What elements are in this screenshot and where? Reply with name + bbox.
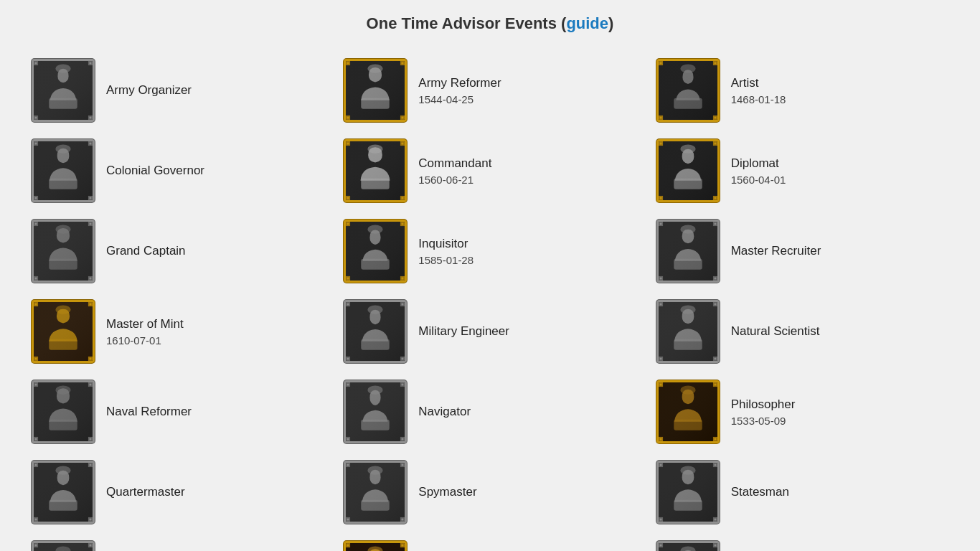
svg-rect-147 — [34, 382, 93, 441]
svg-point-200 — [347, 464, 349, 466]
list-item: Artist 1468-01-18 — [654, 55, 951, 126]
svg-point-94 — [347, 277, 349, 279]
advisor-info: Military Engineer — [418, 324, 636, 339]
svg-point-203 — [402, 518, 404, 520]
svg-rect-63 — [659, 141, 717, 200]
portrait-svg — [659, 541, 717, 551]
svg-point-10 — [35, 116, 37, 118]
advisor-name: Inquisitor — [418, 236, 636, 252]
advisor-portrait — [656, 380, 720, 443]
svg-point-177 — [714, 384, 716, 386]
advisor-info: Army Organizer — [106, 83, 324, 98]
svg-point-32 — [659, 62, 661, 65]
svg-rect-159 — [346, 382, 405, 441]
guide-link[interactable]: guide — [566, 14, 608, 32]
advisor-portrait — [656, 461, 720, 524]
svg-point-141 — [714, 303, 716, 306]
svg-point-248 — [659, 545, 661, 547]
svg-rect-15 — [346, 61, 405, 120]
advisor-info: Commandant 1560-06-21 — [418, 156, 636, 185]
svg-point-35 — [714, 116, 716, 118]
svg-point-224 — [35, 545, 37, 547]
svg-point-81 — [89, 223, 91, 225]
advisor-portrait — [344, 461, 407, 524]
svg-point-58 — [347, 197, 349, 199]
svg-point-47 — [89, 197, 91, 199]
svg-rect-219 — [34, 543, 93, 551]
svg-point-143 — [714, 357, 716, 359]
svg-point-131 — [402, 357, 404, 359]
advisor-name: Philosopher — [731, 397, 948, 413]
portrait-svg — [34, 220, 93, 283]
advisor-info: Master Recruiter — [731, 243, 948, 259]
portrait-svg — [659, 220, 717, 283]
svg-rect-75 — [34, 222, 93, 281]
list-item: Grand Captain — [29, 215, 326, 287]
advisor-portrait — [344, 541, 407, 551]
advisor-name: Spymaster — [418, 484, 636, 500]
advisor-name: Master Recruiter — [731, 243, 948, 259]
svg-rect-195 — [346, 463, 405, 522]
advisor-name: Commandant — [418, 156, 636, 171]
advisor-date: 1585-01-28 — [418, 254, 636, 266]
advisor-grid: Army Organizer — [29, 55, 951, 551]
advisor-portrait — [32, 220, 95, 283]
svg-point-165 — [402, 384, 404, 386]
svg-rect-87 — [346, 222, 405, 281]
portrait-svg — [34, 541, 93, 551]
advisor-portrait — [656, 300, 720, 363]
page-title: One Time Advisor Events (guide) — [29, 14, 951, 33]
advisor-info: Spymaster — [418, 484, 636, 500]
advisor-portrait — [656, 220, 720, 283]
svg-rect-171 — [659, 382, 717, 441]
svg-point-119 — [89, 357, 91, 359]
list-item: Spymaster — [341, 456, 639, 528]
svg-point-68 — [659, 143, 661, 145]
svg-rect-51 — [346, 141, 405, 200]
svg-point-8 — [35, 62, 37, 65]
advisor-portrait — [656, 59, 720, 122]
advisor-info: Master of Mint 1610-07-01 — [106, 316, 324, 346]
svg-point-213 — [714, 464, 716, 466]
advisor-portrait — [32, 300, 95, 363]
advisor-name: Statesman — [731, 484, 948, 500]
svg-point-34 — [659, 116, 661, 118]
svg-point-236 — [347, 545, 349, 547]
advisor-info: Inquisitor 1585-01-28 — [418, 236, 636, 265]
svg-point-130 — [347, 357, 349, 359]
advisor-info: Naval Reformer — [106, 404, 324, 420]
advisor-name: Master of Mint — [106, 316, 324, 332]
advisor-date: 1560-06-21 — [418, 174, 636, 186]
advisor-name: Quartermaster — [106, 484, 324, 500]
svg-point-105 — [714, 223, 716, 225]
portrait-svg — [34, 59, 93, 122]
advisor-name: Artist — [731, 75, 948, 91]
advisor-info: Diplomat 1560-04-01 — [731, 156, 948, 185]
svg-point-212 — [659, 464, 661, 466]
portrait-svg — [34, 461, 93, 524]
svg-rect-111 — [34, 302, 93, 361]
advisor-info: Artist 1468-01-18 — [731, 75, 948, 105]
portrait-svg — [346, 300, 405, 363]
advisor-date: 1468-01-18 — [731, 93, 948, 105]
svg-rect-231 — [346, 543, 405, 551]
svg-point-214 — [659, 518, 661, 520]
svg-point-11 — [89, 116, 91, 118]
svg-point-188 — [35, 464, 37, 466]
list-item: Trader 1616-04-21 — [341, 537, 639, 551]
portrait-svg — [346, 541, 405, 551]
advisor-info: Statesman — [731, 484, 948, 500]
advisor-name: Grand Captain — [106, 243, 324, 259]
portrait-svg — [34, 139, 93, 202]
svg-point-46 — [35, 197, 37, 199]
list-item: Army Reformer 1544-04-25 — [341, 55, 639, 126]
svg-point-95 — [402, 277, 404, 279]
advisor-name: Naval Reformer — [106, 404, 324, 420]
svg-point-80 — [35, 223, 37, 225]
advisor-portrait — [32, 59, 95, 122]
svg-rect-207 — [659, 463, 717, 522]
advisor-date: 1533-05-09 — [731, 415, 948, 427]
svg-point-152 — [35, 384, 37, 386]
advisor-portrait — [344, 139, 407, 202]
advisor-portrait — [656, 139, 720, 202]
